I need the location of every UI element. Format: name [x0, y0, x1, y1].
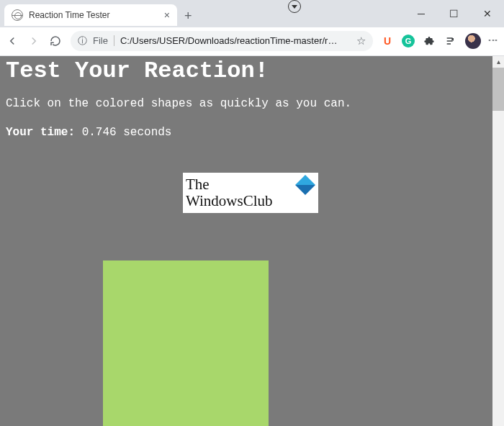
- close-tab-icon[interactable]: ×: [164, 9, 170, 21]
- target-shape[interactable]: [103, 260, 269, 426]
- time-readout: Your time: 0.746 seconds: [6, 126, 498, 139]
- globe-icon: [12, 9, 23, 21]
- browser-toolbar: ⓘ File C:/Users/USER/Downloads/reactionT…: [0, 27, 504, 56]
- reading-list-icon[interactable]: [444, 34, 458, 48]
- back-button[interactable]: [6, 35, 20, 47]
- minimize-button[interactable]: ─: [405, 8, 438, 19]
- maximize-button[interactable]: ☐: [438, 8, 471, 19]
- extension-grammarly-icon[interactable]: G: [402, 35, 415, 47]
- menu-icon[interactable]: ⋮: [488, 36, 498, 45]
- reload-button[interactable]: [49, 35, 63, 47]
- scrollbar-thumb[interactable]: [492, 68, 504, 111]
- page-viewport: Test Your Reaction! Click on the colored…: [0, 56, 504, 426]
- time-label: Your time:: [6, 126, 75, 139]
- extensions-icon[interactable]: [422, 34, 436, 48]
- logo-text: The WindowsClub: [183, 176, 273, 209]
- browser-tab[interactable]: Reaction Time Tester ×: [4, 4, 177, 26]
- instruction-text: Click on the colored shapes as quickly a…: [6, 97, 498, 110]
- tab-title: Reaction Time Tester: [29, 10, 110, 20]
- page-heading: Test Your Reaction!: [6, 58, 498, 84]
- url-text: C:/Users/USER/Downloads/reactionTime-mas…: [120, 35, 351, 46]
- titlebar: Reaction Time Tester × + ─ ☐ ✕: [0, 0, 504, 27]
- file-chip: File: [93, 35, 114, 46]
- window-controls: ─ ☐ ✕: [405, 0, 504, 27]
- scroll-up-arrow[interactable]: ▴: [492, 56, 504, 68]
- address-bar[interactable]: ⓘ File C:/Users/USER/Downloads/reactionT…: [71, 31, 373, 51]
- new-tab-button[interactable]: +: [184, 9, 192, 24]
- forward-button[interactable]: [27, 35, 42, 47]
- account-indicator-icon[interactable]: [288, 0, 301, 13]
- logo-line1: The: [186, 176, 210, 193]
- logo-line2: WindowsClub: [186, 192, 273, 209]
- page-content: Test Your Reaction! Click on the colored…: [0, 56, 504, 139]
- time-value: 0.746 seconds: [82, 126, 172, 139]
- scrollbar-track[interactable]: [492, 56, 504, 426]
- bookmark-star-icon[interactable]: ☆: [356, 35, 366, 47]
- info-icon[interactable]: ⓘ: [78, 35, 87, 47]
- close-window-button[interactable]: ✕: [471, 8, 504, 19]
- extension-u-icon[interactable]: U: [380, 34, 395, 48]
- logo-mark-icon: [295, 175, 315, 195]
- windowsclub-logo: The WindowsClub: [183, 173, 318, 213]
- profile-avatar[interactable]: [465, 33, 481, 49]
